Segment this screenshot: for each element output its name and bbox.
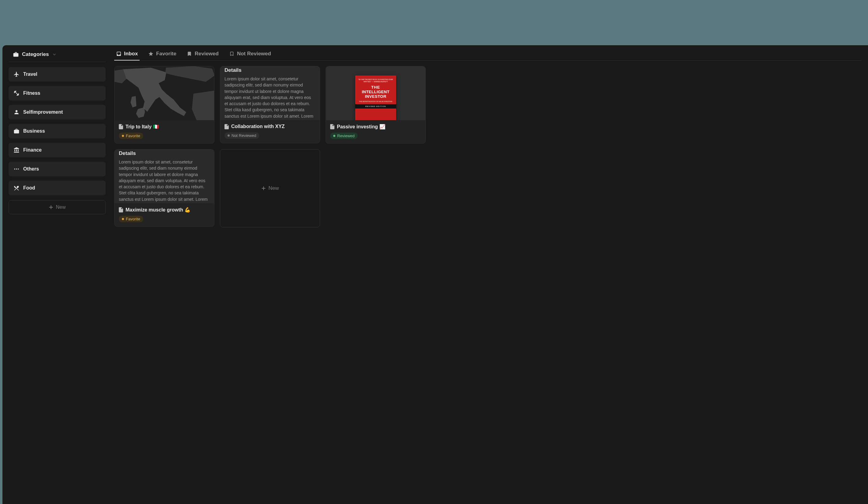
new-card-button[interactable]: New [220, 149, 320, 228]
star-icon [148, 51, 154, 57]
app-window: Categories Travel Fitness Selfimprovemen… [2, 45, 868, 504]
main-content: Inbox Favorite Reviewed Not Reviewed [114, 50, 862, 498]
tab-label: Reviewed [195, 51, 218, 57]
tab-inbox[interactable]: Inbox [114, 50, 140, 61]
chevron-down-icon [53, 52, 56, 56]
sidebar-item-label: Finance [23, 147, 42, 153]
details-heading: Details [225, 67, 241, 73]
badge-label: Not Reviewed [231, 133, 256, 138]
tabs: Inbox Favorite Reviewed Not Reviewed [114, 50, 862, 61]
briefcase-icon [13, 128, 20, 134]
tab-label: Favorite [156, 51, 176, 57]
card-title: Passive investing 📈 [337, 124, 385, 130]
tab-label: Not Reviewed [237, 51, 271, 57]
badge-dot [333, 135, 335, 137]
user-icon [13, 109, 20, 115]
card-cover-text: Details Lorem ipsum dolor sit amet, cons… [220, 66, 320, 120]
sidebar-item-business[interactable]: Business [9, 124, 106, 139]
card-cover-map [115, 66, 214, 120]
svg-point-1 [16, 169, 17, 169]
book-cover: "BY FAR THE BEST BOOK ON INVESTING EVER … [355, 75, 396, 120]
card-title: Collaboration with XYZ [231, 124, 285, 129]
badge-label: Favorite [126, 217, 140, 221]
sidebar-item-label: Food [23, 185, 35, 191]
tab-favorite[interactable]: Favorite [146, 50, 178, 61]
details-body: Lorem ipsum dolor sit amet, consetetur s… [225, 76, 316, 119]
italy-map-image [115, 66, 214, 120]
status-badge-not-reviewed: Not Reviewed [225, 132, 259, 139]
card-title: Maximize muscle growth 💪 [125, 207, 190, 213]
sidebar: Categories Travel Fitness Selfimprovemen… [9, 50, 106, 498]
svg-point-2 [18, 169, 19, 169]
badge-dot [228, 134, 230, 137]
plus-icon [261, 186, 266, 191]
book-title-the: THE [358, 85, 393, 90]
book-title-main2: INVESTOR [358, 94, 393, 99]
card-cover-book: "BY FAR THE BEST BOOK ON INVESTING EVER … [326, 66, 425, 120]
sidebar-item-label: Fitness [23, 90, 40, 96]
dumbbell-icon [13, 90, 20, 96]
status-badge-reviewed: Reviewed [330, 133, 358, 139]
dots-icon [13, 166, 20, 172]
utensils-icon [13, 185, 20, 191]
card-cover-text: Details Lorem ipsum dolor sit amet, cons… [115, 150, 214, 203]
sidebar-item-fitness[interactable]: Fitness [9, 86, 106, 101]
sidebar-item-label: Others [23, 166, 39, 172]
document-icon [119, 207, 123, 212]
new-category-button[interactable]: New [9, 200, 106, 214]
sidebar-item-others[interactable]: Others [9, 162, 106, 177]
svg-point-0 [14, 169, 15, 169]
bookmark-outline-icon [229, 51, 235, 57]
card-title: Trip to Italy 🇮🇹 [125, 124, 159, 130]
badge-label: Favorite [126, 133, 140, 138]
sidebar-item-travel[interactable]: Travel [9, 67, 106, 82]
card-passive-investing[interactable]: "BY FAR THE BEST BOOK ON INVESTING EVER … [326, 66, 426, 144]
new-card-label: New [268, 185, 279, 191]
document-icon [119, 124, 123, 129]
sidebar-item-selfimprovement[interactable]: Selfimprovement [9, 105, 106, 120]
categories-header-label: Categories [22, 51, 49, 58]
book-title-main1: INTELLIGENT [358, 90, 393, 94]
inbox-icon [116, 51, 122, 57]
badge-dot [122, 218, 124, 220]
book-bar: REVISED EDITION [355, 104, 396, 109]
card-collaboration[interactable]: Details Lorem ipsum dolor sit amet, cons… [220, 66, 320, 143]
book-tagline: "BY FAR THE BEST BOOK ON INVESTING EVER … [358, 79, 393, 82]
briefcase-icon [13, 51, 19, 58]
sidebar-item-label: Selfimprovement [23, 109, 63, 115]
details-body: Lorem ipsum dolor sit amet, consetetur s… [119, 159, 210, 202]
tab-label: Inbox [124, 51, 138, 57]
sidebar-item-food[interactable]: Food [9, 181, 106, 195]
card-body: Collaboration with XYZ Not Reviewed [220, 120, 320, 143]
document-icon [225, 124, 229, 129]
badge-dot [122, 135, 124, 137]
tab-reviewed[interactable]: Reviewed [185, 50, 220, 61]
bookmark-icon [187, 51, 192, 57]
card-body: Maximize muscle growth 💪 Favorite [115, 203, 214, 226]
card-grid: Trip to Italy 🇮🇹 Favorite Details Lorem … [114, 66, 862, 228]
status-badge-favorite: Favorite [119, 216, 143, 222]
bank-icon [13, 147, 20, 153]
plus-icon [49, 205, 53, 210]
categories-header[interactable]: Categories [9, 50, 106, 62]
sidebar-item-label: Travel [23, 71, 37, 77]
new-category-label: New [56, 204, 66, 210]
status-badge-favorite: Favorite [119, 133, 143, 139]
airplane-icon [13, 71, 20, 77]
badge-label: Reviewed [337, 133, 354, 138]
details-heading: Details [119, 150, 136, 157]
sidebar-item-label: Business [23, 128, 45, 134]
card-trip-italy[interactable]: Trip to Italy 🇮🇹 Favorite [114, 66, 214, 144]
book-sub: THE DEFINITIVE BOOK ON VALUE INVESTING [358, 101, 393, 102]
sidebar-item-finance[interactable]: Finance [9, 143, 106, 158]
document-icon [330, 124, 334, 129]
card-body: Passive investing 📈 Reviewed [326, 120, 425, 143]
card-muscle-growth[interactable]: Details Lorem ipsum dolor sit amet, cons… [114, 149, 214, 227]
card-body: Trip to Italy 🇮🇹 Favorite [115, 120, 214, 143]
tab-not-reviewed[interactable]: Not Reviewed [227, 50, 273, 61]
